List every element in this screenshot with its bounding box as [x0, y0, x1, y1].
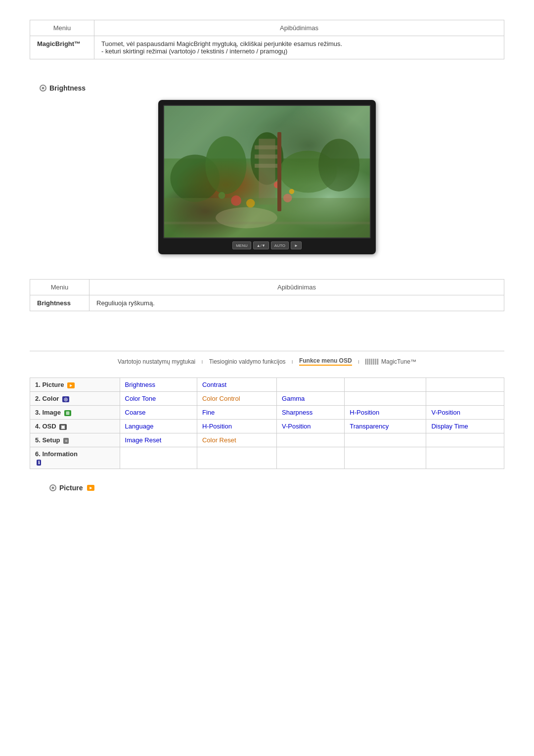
nav-item-user-settings[interactable]: Vartotojo nustatymų mygtukai — [118, 358, 195, 365]
color-label-text: 2. Color — [35, 395, 61, 402]
picture-brightness-cell[interactable]: Brightness — [120, 378, 197, 392]
enter-btn[interactable]: ► — [291, 241, 302, 249]
color-control-link[interactable]: Color Control — [202, 395, 240, 402]
color-badge: ◎ — [62, 396, 69, 402]
image-label-text: 3. Image — [35, 409, 63, 416]
nav-brand-magictune: MagicTune™ — [365, 358, 416, 365]
brightness-btn[interactable]: ▲/▼ — [253, 241, 269, 249]
svg-rect-8 — [255, 145, 279, 149]
auto-btn[interactable]: AUTO — [271, 241, 289, 249]
information-label-text: 6. Information — [35, 450, 78, 458]
fine-cell[interactable]: Fine — [197, 406, 276, 420]
top-table-col1-header: Meniu — [30, 20, 94, 36]
monitor: MENU ▲/▼ AUTO ► — [158, 100, 376, 254]
transparency-cell[interactable]: Transparency — [345, 420, 426, 433]
mid-info-table: Meniu Apibūdinimas Brightness Reguliuoja… — [30, 279, 504, 311]
osd-vposition-cell[interactable]: V-Position — [277, 420, 345, 433]
svg-point-2 — [205, 136, 246, 194]
svg-rect-10 — [255, 164, 279, 168]
info-empty3 — [277, 447, 345, 469]
table-row: 3. Image ⊞ Coarse Fine Sharpness H-Posit… — [30, 406, 504, 420]
picture-empty2 — [345, 378, 426, 392]
sharpness-cell[interactable]: Sharpness — [277, 406, 345, 420]
picture-label-text: 1. Picture — [35, 381, 66, 388]
image-reset-cell[interactable]: Image Reset — [120, 433, 197, 447]
info-empty4 — [345, 447, 426, 469]
picture-section-badge: ► — [87, 485, 94, 491]
screen-svg — [164, 106, 370, 237]
gamma-cell[interactable]: Gamma — [277, 392, 345, 406]
table-row: 2. Color ◎ Color Tone Color Control Gamm… — [30, 392, 504, 406]
svg-point-17 — [274, 182, 281, 189]
top-info-table: Meniu Apibūdinimas MagicBright™ Tuomet, … — [30, 20, 504, 59]
fine-link[interactable]: Fine — [202, 409, 215, 416]
color-tone-cell[interactable]: Color Tone — [120, 392, 197, 406]
vposition-cell[interactable]: V-Position — [426, 406, 504, 420]
contrast-link[interactable]: Contrast — [202, 381, 226, 388]
color-control-cell[interactable]: Color Control — [197, 392, 276, 406]
setup-empty3 — [426, 433, 504, 447]
picture-section-title: Picture ► — [49, 484, 504, 492]
top-table-row1-label: MagicBright™ — [30, 36, 94, 59]
color-reset-cell[interactable]: Color Reset — [197, 433, 276, 447]
svg-point-15 — [218, 192, 225, 199]
table-row: 5. Setup ≡ Image Reset Color Reset — [30, 433, 504, 447]
monitor-controls: MENU ▲/▼ AUTO ► — [163, 238, 371, 250]
display-time-link[interactable]: Display Time — [431, 423, 468, 430]
top-table-col2-header: Apibūdinimas — [94, 20, 504, 36]
top-table-row1-desc: Tuomet, vėl paspausdami MagicBright mygt… — [94, 36, 504, 59]
menu-row-information-label: 6. Information ℹ — [30, 447, 120, 469]
nav-item-direct-control[interactable]: Tiesioginio valdymo funkcijos — [209, 358, 286, 365]
color-empty1 — [345, 392, 426, 406]
coarse-link[interactable]: Coarse — [125, 409, 146, 416]
vposition-link[interactable]: V-Position — [431, 409, 460, 416]
nav-item-osd-menu[interactable]: Funkce menu OSD — [299, 357, 352, 366]
monitor-container: MENU ▲/▼ AUTO ► — [30, 100, 504, 254]
language-link[interactable]: Language — [125, 423, 154, 430]
mid-table-col2-header: Apibūdinimas — [89, 280, 504, 295]
nav-sep-1: ı — [201, 358, 203, 365]
svg-point-14 — [246, 199, 255, 207]
menu-grid-table: 1. Picture ► Brightness Contrast 2. Colo… — [30, 378, 504, 469]
display-time-cell[interactable]: Display Time — [426, 420, 504, 433]
menu-row-image-label: 3. Image ⊞ — [30, 406, 120, 420]
hposition-link[interactable]: H-Position — [350, 409, 379, 416]
magictune-icon — [365, 359, 379, 365]
language-cell[interactable]: Language — [120, 420, 197, 433]
color-reset-link[interactable]: Color Reset — [202, 436, 236, 444]
setup-label-text: 5. Setup — [35, 436, 62, 444]
svg-rect-19 — [164, 222, 370, 224]
osd-hposition-cell[interactable]: H-Position — [197, 420, 276, 433]
brightness-title-text: Brightness — [49, 84, 86, 92]
osd-label-text: 4. OSD — [35, 423, 58, 430]
menu-row-color-label: 2. Color ◎ — [30, 392, 120, 406]
image-reset-link[interactable]: Image Reset — [125, 436, 162, 444]
table-row: 4. OSD ▣ Language H-Position V-Position … — [30, 420, 504, 433]
nav-brand-label: MagicTune™ — [381, 358, 416, 365]
brightness-section-title: Brightness — [40, 84, 504, 92]
coarse-cell[interactable]: Coarse — [120, 406, 197, 420]
sharpness-link[interactable]: Sharpness — [282, 409, 312, 416]
svg-point-18 — [289, 189, 294, 194]
transparency-link[interactable]: Transparency — [350, 423, 389, 430]
menu-btn[interactable]: MENU — [232, 241, 251, 249]
svg-point-5 — [318, 139, 359, 191]
picture-contrast-cell[interactable]: Contrast — [197, 378, 276, 392]
osd-vposition-link[interactable]: V-Position — [282, 423, 311, 430]
info-empty5 — [426, 447, 504, 469]
menu-row-setup-label: 5. Setup ≡ — [30, 433, 120, 447]
setup-badge: ≡ — [63, 438, 69, 444]
osd-hposition-link[interactable]: H-Position — [202, 423, 232, 430]
setup-empty1 — [277, 433, 345, 447]
gamma-link[interactable]: Gamma — [282, 395, 305, 402]
picture-empty3 — [426, 378, 504, 392]
setup-empty2 — [345, 433, 426, 447]
information-badge: ℹ — [37, 460, 41, 466]
hposition-cell[interactable]: H-Position — [345, 406, 426, 420]
brightness-link[interactable]: Brightness — [125, 381, 155, 388]
color-empty2 — [426, 392, 504, 406]
svg-point-16 — [283, 193, 292, 202]
color-tone-link[interactable]: Color Tone — [125, 395, 156, 402]
nav-sep-2: ı — [292, 358, 293, 365]
svg-point-13 — [231, 195, 241, 206]
